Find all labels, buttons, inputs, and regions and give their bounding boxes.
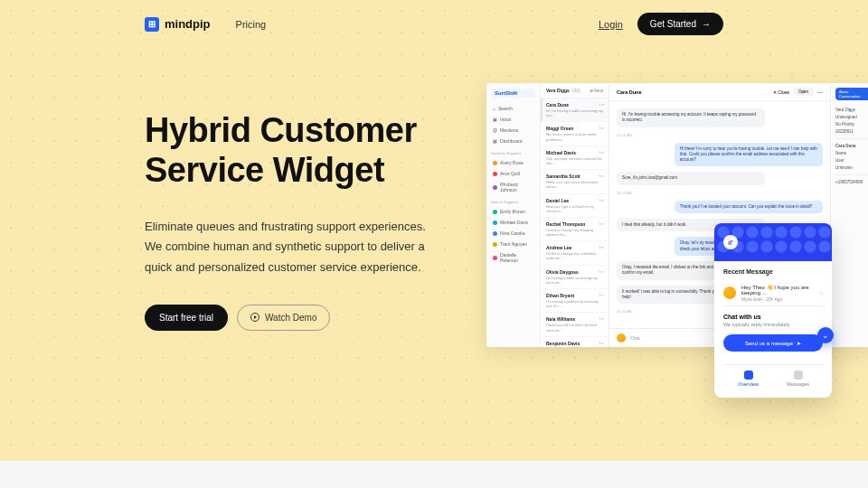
widget-tabs: Overview Messages [723, 364, 823, 392]
chat-reply-time: We typically reply immediately [723, 322, 823, 327]
avatar-icon [617, 333, 626, 343]
messages-icon [794, 371, 803, 380]
get-started-button[interactable]: Get Started → [637, 13, 723, 35]
recent-message-title: Recent Message [723, 268, 823, 275]
brand-logo[interactable]: ⊞ mindpip [145, 17, 211, 32]
play-icon [250, 313, 259, 322]
widget-header: ıl' [714, 223, 832, 261]
hero-title: Hybrid Customer Service Widget [145, 111, 470, 190]
start-trial-button[interactable]: Start free trial [145, 305, 228, 331]
tab-overview[interactable]: Overview [723, 365, 773, 392]
tab-messages[interactable]: Messages [773, 365, 823, 392]
recent-message-text: Hey Theo 👋 I hope you are keeping ... [741, 284, 815, 296]
footer-strip [0, 461, 868, 488]
hero-description: Eliminate queues and frustrating support… [145, 217, 434, 277]
send-message-button[interactable]: Send us a message ➤ [723, 334, 823, 352]
overview-icon [744, 371, 753, 380]
chevron-right-icon: › [820, 289, 823, 297]
chevron-down-icon: ⌄ [822, 331, 829, 340]
brand-name: mindpip [165, 17, 211, 31]
send-icon: ➤ [797, 340, 801, 346]
widget-brand-icon: ıl' [723, 235, 738, 249]
chat-input-placeholder: Chat [630, 335, 640, 341]
chat-with-us-title: Chat with us [723, 314, 823, 320]
avatar-icon [723, 286, 736, 299]
recent-message-meta: Mysti Ariel · 20h Ago [741, 296, 815, 302]
login-link[interactable]: Login [599, 19, 623, 30]
mock-thread-item: Benjamin DavisI recently made an order o… [541, 337, 609, 347]
widget-toggle-button[interactable]: ⌄ [817, 327, 834, 343]
top-nav: ⊞ mindpip Pricing Login Get Started → [0, 0, 868, 48]
watch-demo-button[interactable]: Watch Demo [237, 305, 330, 331]
pricing-link[interactable]: Pricing [236, 19, 267, 30]
chat-widget: ıl' Recent Message Hey Theo 👋 I hope you… [714, 223, 832, 398]
recent-message-row[interactable]: Hey Theo 👋 I hope you are keeping ... My… [723, 280, 823, 306]
arrow-right-icon: → [702, 19, 711, 29]
logo-mark-icon: ⊞ [145, 17, 159, 32]
